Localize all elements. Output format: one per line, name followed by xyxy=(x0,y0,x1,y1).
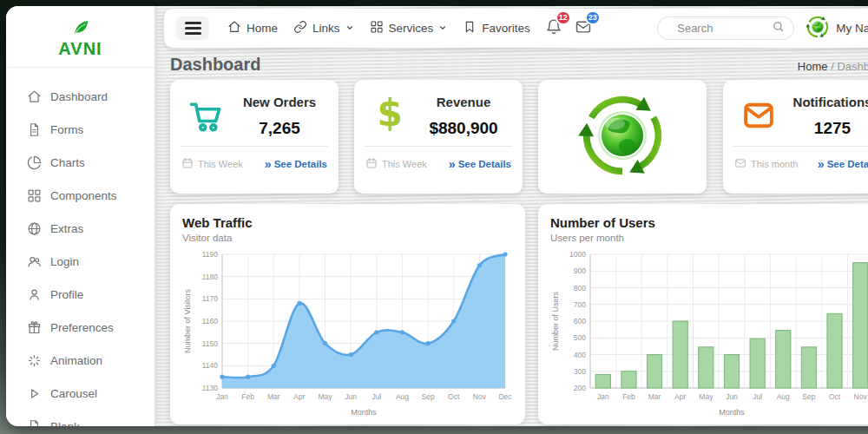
chart-title: Number of Users xyxy=(550,215,868,230)
sidebar-item-blank[interactable]: Blank xyxy=(27,410,155,426)
topbar: Home Links Services Favorites 12 23 xyxy=(164,9,868,48)
sidebar-item-label: Login xyxy=(50,255,79,268)
bookmark-icon xyxy=(463,20,477,36)
sidebar-item-extras[interactable]: Extras xyxy=(27,212,155,245)
card-eco-image xyxy=(538,80,707,194)
shopping-cart-icon xyxy=(182,95,229,135)
svg-text:Mar: Mar xyxy=(267,392,280,401)
card-title: Revenue xyxy=(413,95,514,109)
svg-text:Months: Months xyxy=(351,408,377,417)
svg-text:1160: 1160 xyxy=(202,317,219,326)
card-notifications: Notifications 1275 This month » See Deta… xyxy=(723,80,868,194)
menu-toggle-button[interactable] xyxy=(176,16,209,40)
search-icon[interactable] xyxy=(772,20,785,36)
app-window: AVNI Dashboard Forms Charts Components E… xyxy=(6,6,868,426)
number-of-users-chart: 2003004005006007008009001000JanFebMarApr… xyxy=(550,247,868,418)
svg-text:Sep: Sep xyxy=(802,392,815,401)
globe-icon xyxy=(27,221,42,236)
svg-text:Jun: Jun xyxy=(345,392,357,401)
sidebar-item-label: Dashboard xyxy=(50,90,108,103)
sidebar-item-profile[interactable]: Profile xyxy=(27,278,155,311)
web-traffic-card: Web Traffic Visitor data 113011401150116… xyxy=(170,204,525,424)
card-title: New Orders xyxy=(229,95,330,109)
nav-item-home[interactable]: Home xyxy=(220,15,286,42)
nav-label: Services xyxy=(389,22,434,35)
svg-text:900: 900 xyxy=(574,266,586,275)
sidebar-item-components[interactable]: Components xyxy=(27,179,155,212)
see-details-label: See Details xyxy=(458,159,511,169)
notifications-bell-button[interactable]: 12 xyxy=(545,18,562,39)
svg-text:1130: 1130 xyxy=(202,384,219,392)
sidebar-item-login[interactable]: Login xyxy=(27,245,155,278)
svg-text:Jul: Jul xyxy=(372,392,381,401)
svg-text:Dec: Dec xyxy=(498,392,512,401)
nav-item-favorites[interactable]: Favorites xyxy=(455,15,538,42)
nav-label: Favorites xyxy=(482,22,530,35)
period-label: This Week xyxy=(198,159,243,169)
search-input[interactable] xyxy=(675,21,772,36)
svg-text:400: 400 xyxy=(574,351,586,359)
sidebar-item-forms[interactable]: Forms xyxy=(27,113,155,146)
double-chevron-icon: » xyxy=(449,158,455,170)
sidebar-item-label: Animation xyxy=(50,354,102,367)
sidebar: AVNI Dashboard Forms Charts Components E… xyxy=(6,6,155,426)
sidebar-item-animation[interactable]: Animation xyxy=(27,344,155,377)
svg-text:Nov: Nov xyxy=(854,392,868,401)
brand-logo[interactable]: AVNI xyxy=(6,6,155,68)
nav-label: Links xyxy=(312,22,340,35)
user-name: My Name xyxy=(836,22,868,35)
users-icon xyxy=(27,254,42,269)
svg-text:Number of Users: Number of Users xyxy=(551,291,560,351)
mail-icon xyxy=(735,95,782,134)
play-icon xyxy=(27,386,42,401)
avatar xyxy=(806,16,829,41)
svg-text:Oct: Oct xyxy=(448,392,460,401)
calendar-icon xyxy=(181,157,194,171)
svg-text:200: 200 xyxy=(574,384,586,392)
svg-text:800: 800 xyxy=(574,284,586,293)
svg-text:Jan: Jan xyxy=(216,392,228,401)
gift-icon xyxy=(27,320,42,335)
mail-icon xyxy=(575,23,592,38)
svg-text:Jun: Jun xyxy=(726,392,738,401)
svg-text:1180: 1180 xyxy=(202,273,219,281)
nav-item-links[interactable]: Links xyxy=(286,15,362,42)
svg-text:1000: 1000 xyxy=(569,250,586,259)
user-menu[interactable]: My Name xyxy=(806,16,868,41)
sidebar-item-charts[interactable]: Charts xyxy=(27,146,155,179)
file-icon xyxy=(27,419,42,427)
sidebar-item-dashboard[interactable]: Dashboard xyxy=(27,80,155,113)
breadcrumb: Home / Dashboard xyxy=(798,60,868,73)
svg-text:700: 700 xyxy=(574,300,586,309)
nav-item-services[interactable]: Services xyxy=(362,15,456,42)
period-label: This month xyxy=(751,159,798,169)
breadcrumb-current: Dashboard xyxy=(837,60,868,73)
see-details-label: See Details xyxy=(827,159,868,169)
svg-text:Months: Months xyxy=(719,408,745,417)
pie-chart-icon xyxy=(27,155,42,170)
number-of-users-card: Number of Users Users per month 20030040… xyxy=(538,204,868,424)
svg-text:1190: 1190 xyxy=(202,250,219,259)
sidebar-item-carousel[interactable]: Carousel xyxy=(27,377,155,410)
svg-text:Apr: Apr xyxy=(674,392,686,401)
link-icon xyxy=(293,20,307,36)
messages-button[interactable]: 23 xyxy=(575,18,592,39)
user-icon xyxy=(27,287,42,302)
loader-icon xyxy=(27,353,42,368)
dollar-sign-icon: $ xyxy=(366,95,413,130)
see-details-link[interactable]: » See Details xyxy=(818,158,868,170)
svg-text:1140: 1140 xyxy=(202,361,219,370)
see-details-link[interactable]: » See Details xyxy=(449,158,511,170)
topbar-nav: Home Links Services Favorites xyxy=(220,15,538,42)
sidebar-item-preferences[interactable]: Preferences xyxy=(27,311,155,344)
svg-text:Jan: Jan xyxy=(597,392,609,401)
svg-text:1150: 1150 xyxy=(202,339,219,348)
see-details-link[interactable]: » See Details xyxy=(265,158,327,170)
svg-text:Feb: Feb xyxy=(622,392,635,401)
home-icon xyxy=(27,89,42,104)
breadcrumb-home[interactable]: Home xyxy=(798,60,828,73)
sidebar-item-label: Charts xyxy=(50,156,85,169)
svg-text:Nov: Nov xyxy=(473,392,487,401)
bell-badge: 12 xyxy=(556,10,571,25)
chevron-down-icon xyxy=(345,22,354,35)
